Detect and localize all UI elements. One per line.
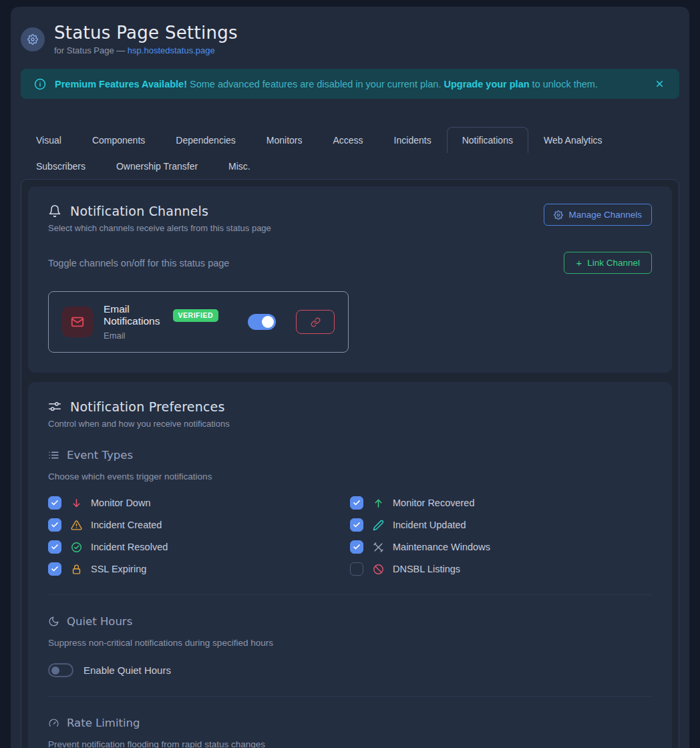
check-icon [51,521,59,529]
event-monitor-down: Monitor Down [48,496,350,510]
checkbox[interactable] [48,518,61,532]
event-types-grid: Monitor Down Monitor Recovered Incident … [48,496,652,576]
tab-components[interactable]: Components [77,127,160,153]
manage-channels-button[interactable]: Manage Channels [544,204,652,226]
verified-badge: VERIFIED [173,309,218,322]
preferences-subtitle: Control when and how you receive notific… [48,419,652,429]
preferences-title: Notification Preferences [70,399,225,414]
channels-subtitle: Select which channels receive alerts fro… [48,223,271,233]
event-incident-resolved: Incident Resolved [48,540,350,554]
subtitle-text: for Status Page — [54,45,128,55]
check-icon [51,499,59,507]
check-icon [353,543,361,551]
quiet-hours-desc: Suppress non-critical notifications duri… [48,638,652,648]
gear-icon [554,210,563,220]
link-channel-button[interactable]: + Link Channel [564,252,652,274]
notifications-tab-panel: Notification Channels Select which chann… [21,179,679,748]
email-channel-tile [62,307,93,337]
check-icon [353,499,361,507]
page-header: Status Page Settings for Status Page — h… [11,7,689,66]
divider [48,594,652,595]
tab-misc[interactable]: Misc. [213,153,266,179]
gauge-icon [48,717,59,729]
plus-icon: + [576,258,582,268]
checkbox[interactable] [48,562,61,576]
upgrade-plan-link[interactable]: Upgrade your plan [444,79,529,89]
tab-web-analytics[interactable]: Web Analytics [528,127,618,153]
check-icon [51,565,59,573]
checkbox[interactable] [350,518,363,532]
warning-triangle-icon [70,520,82,531]
quiet-hours-header: Quiet Hours [48,615,652,628]
email-channel-toggle[interactable] [248,314,276,330]
banner-headline: Premium Features Available! [55,79,187,89]
premium-banner: Premium Features Available! Some advance… [21,69,679,99]
email-channel-card: Email Notifications VERIFIED Email [48,291,349,353]
tab-notifications[interactable]: Notifications [447,127,528,153]
page-subtitle: for Status Page — hsp.hostedstatus.page [54,45,238,55]
tab-subscribers[interactable]: Subscribers [21,153,101,179]
event-ssl-expiring: SSL Expiring [48,562,350,576]
channel-link-button[interactable] [296,310,335,334]
event-types-header: Event Types [48,449,652,461]
notification-preferences-section: Notification Preferences Control when an… [28,382,672,748]
event-types-desc: Choose which events trigger notification… [48,472,652,482]
tab-incidents[interactable]: Incidents [379,127,447,153]
channel-name: Email Notifications [104,303,166,327]
notification-channels-section: Notification Channels Select which chann… [28,186,672,373]
settings-tabs: Visual Components Dependencies Monitors … [11,115,689,179]
rate-limiting-header: Rate Limiting [48,717,652,729]
info-icon [34,78,46,90]
tab-visual[interactable]: Visual [21,127,77,153]
ban-icon [372,564,384,575]
tab-ownership-transfer[interactable]: Ownership Transfer [101,153,213,179]
check-circle-icon [70,542,82,553]
checkbox[interactable] [350,562,363,576]
page-title: Status Page Settings [54,23,238,43]
status-page-link[interactable]: hsp.hostedstatus.page [128,45,215,55]
sliders-icon [48,400,61,413]
settings-window: Status Page Settings for Status Page — h… [11,7,689,748]
event-dnsbl-listings: DNSBL Listings [350,562,652,576]
quiet-hours-toggle-label: Enable Quiet Hours [83,665,171,676]
check-icon [51,543,59,551]
event-monitor-recovered: Monitor Recovered [350,496,652,510]
banner-text: Premium Features Available! Some advance… [55,79,598,89]
lock-icon [70,564,82,575]
gear-icon [27,34,38,45]
divider [48,696,652,697]
event-incident-created: Incident Created [48,518,350,532]
list-icon [48,449,59,461]
bell-icon [48,204,61,218]
event-maintenance-windows: Maintenance Windows [350,540,652,554]
checkbox[interactable] [48,540,61,554]
checkbox[interactable] [48,496,61,510]
event-incident-updated: Incident Updated [350,518,652,532]
link-icon [311,317,321,327]
checkbox[interactable] [350,540,363,554]
arrow-up-icon [372,498,384,509]
channels-title: Notification Channels [70,204,208,218]
tab-access[interactable]: Access [317,127,378,153]
moon-icon [48,616,59,627]
channel-type: Email [104,331,218,341]
checkbox[interactable] [350,496,363,510]
tab-monitors[interactable]: Monitors [251,127,318,153]
tab-dependencies[interactable]: Dependencies [160,127,251,153]
rate-limiting-desc: Prevent notification flooding from rapid… [48,739,652,748]
channels-toggle-hint: Toggle channels on/off for this status p… [48,258,229,268]
check-icon [353,521,361,529]
mail-icon [70,315,85,329]
tools-icon [372,542,384,553]
close-icon[interactable] [653,77,666,90]
pencil-icon [372,520,384,531]
gear-avatar [21,27,45,51]
arrow-down-icon [70,498,82,509]
quiet-hours-toggle[interactable] [48,663,73,677]
